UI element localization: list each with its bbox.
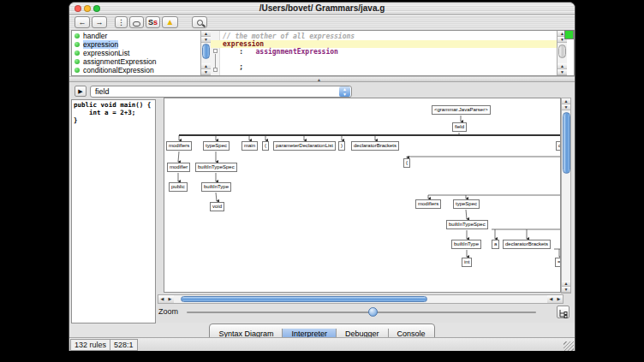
tree-node[interactable]: builtInTypeSpec — [446, 220, 488, 229]
rule-list-scrollbar[interactable]: ▲ ▼ ▲ ▼ — [200, 31, 211, 75]
tree-node[interactable]: public — [169, 182, 188, 192]
tree-node[interactable]: field — [452, 122, 467, 132]
scroll-up-icon[interactable]: ▲ — [558, 63, 567, 69]
editor-line: expression — [211, 40, 557, 48]
tree-node[interactable]: declaratorBrackets — [503, 240, 551, 249]
start-rule-value: field — [95, 87, 110, 96]
tree-node[interactable]: typeSpec — [453, 199, 480, 209]
scrollbar-thumb[interactable] — [563, 112, 570, 174]
tree-node[interactable]: modifier — [167, 163, 190, 172]
resize-grip[interactable] — [564, 341, 574, 351]
fold-gutter[interactable] — [211, 31, 220, 75]
tree-node[interactable]: builtInType — [201, 182, 231, 192]
tree-node[interactable]: modifiers — [166, 141, 192, 151]
tree-scrollbar-horizontal[interactable]: ◀ ▶ ◀ ▶ — [158, 294, 564, 304]
tree-node[interactable]: parameterDeclarationList — [273, 141, 336, 151]
scroll-right-icon[interactable]: ▶ — [166, 295, 174, 303]
combo-stepper-icon[interactable]: ▲▼ — [339, 86, 350, 97]
tree-edge — [178, 151, 179, 162]
tree-node[interactable]: declaratorBrackets — [351, 141, 399, 151]
rule-status-icon — [75, 68, 80, 73]
scroll-down-icon[interactable]: ▼ — [562, 287, 570, 293]
warning-icon: ▲ — [166, 17, 175, 27]
view-tabs: Syntax DiagramInterpreterDebuggerConsole — [69, 323, 575, 337]
sort-rules-button[interactable]: ⋮ — [115, 16, 128, 28]
toolbar: ← → ⋮ Ss ▲ — [69, 15, 575, 30]
tree-node[interactable]: ( — [262, 141, 269, 151]
tree-node[interactable]: <grammar.JavaParser> — [432, 105, 491, 115]
scroll-down-icon[interactable]: ▼ — [558, 69, 567, 75]
sort-icon: ⋮ — [117, 18, 125, 27]
rule-name: handler — [83, 32, 107, 40]
scroll-up-icon[interactable]: ▲ — [562, 98, 570, 104]
tree-node[interactable]: main — [242, 141, 258, 151]
fold-line — [215, 54, 216, 68]
coloring-icon: Ss — [148, 18, 158, 27]
tree-view-toggle-button[interactable] — [557, 306, 569, 318]
rule-list-item[interactable]: assignmentExpression — [72, 57, 200, 66]
tree-node[interactable]: ) — [338, 141, 345, 151]
scroll-right-icon[interactable]: ▶ — [555, 295, 563, 303]
tree-icon — [558, 309, 568, 318]
caret-position-status: 528:1 — [110, 339, 138, 351]
scroll-down-icon[interactable]: ▼ — [201, 37, 211, 43]
syntax-diagram-button[interactable] — [129, 16, 144, 28]
grammar-health-indicator — [564, 30, 574, 39]
rule-list: handlerexpressionexpressionListassignmen… — [72, 31, 200, 75]
tree-node[interactable]: builtInType — [451, 240, 481, 249]
scroll-left-icon[interactable]: ◀ — [547, 295, 555, 303]
play-icon: ▶ — [78, 88, 82, 94]
find-button[interactable] — [192, 16, 207, 28]
tree-scrollbar-vertical[interactable]: ▲ ▼ ▲ ▼ — [561, 98, 571, 294]
forward-button[interactable]: → — [92, 16, 107, 28]
scroll-up-icon[interactable]: ▲ — [201, 63, 211, 69]
scrollbar-thumb[interactable] — [558, 45, 566, 58]
scroll-left-icon[interactable]: ◀ — [158, 295, 166, 303]
start-rule-select[interactable]: field ▲▼ — [90, 86, 352, 98]
fold-marker-icon[interactable] — [213, 68, 218, 72]
tree-node[interactable]: = — [555, 258, 561, 267]
tree-node[interactable]: modifiers — [415, 199, 441, 209]
rule-list-item[interactable]: expression — [72, 40, 200, 49]
editor-lines: // the mother of all expressionsexpressi… — [223, 33, 557, 71]
rule-list-item[interactable]: conditionalExpression — [72, 66, 200, 74]
zoom-slider[interactable] — [187, 312, 536, 313]
scroll-up-icon[interactable]: ▲ — [201, 31, 211, 37]
tree-node[interactable]: a — [492, 240, 499, 249]
grammar-editor[interactable]: // the mother of all expressionsexpressi… — [211, 31, 557, 75]
scroll-up-icon[interactable]: ▲ — [562, 281, 570, 287]
zoom-slider-thumb[interactable] — [368, 307, 378, 317]
scroll-down-icon[interactable]: ▼ — [562, 104, 570, 110]
rule-count-status: 132 rules — [70, 339, 110, 351]
tree-node[interactable]: int — [462, 258, 472, 267]
interpreter-panel: ▶ field ▲▼ public void main() { int a = … — [69, 82, 575, 323]
back-button[interactable]: ← — [75, 16, 90, 28]
app-window: /Users/bovet/ Grammars/java.g ← → ⋮ Ss ▲… — [69, 2, 575, 351]
zoom-label: Zoom — [158, 307, 178, 316]
scroll-down-icon[interactable]: ▼ — [201, 69, 211, 75]
tree-node[interactable]: builtInTypeSpec — [195, 163, 237, 172]
rule-list-item[interactable]: handler — [72, 32, 200, 40]
scrollbar-thumb[interactable] — [202, 44, 210, 59]
rule-status-icon — [75, 50, 80, 56]
interpreter-input[interactable]: public void main() { int a = 2+3;} — [71, 99, 156, 323]
tree-node[interactable]: void — [210, 202, 224, 211]
run-interpreter-button[interactable]: ▶ — [75, 86, 86, 97]
editor-line — [223, 56, 557, 63]
pane-splitter[interactable]: ▲ — [69, 76, 575, 82]
rule-list-item[interactable]: expressionList — [72, 49, 200, 57]
tree-node[interactable]: { — [403, 158, 410, 168]
editor-line: ; — [223, 63, 557, 71]
scrollbar-thumb[interactable] — [181, 296, 427, 302]
rule-name: expression — [83, 40, 118, 49]
fold-marker-icon[interactable] — [213, 49, 218, 53]
forward-icon: → — [96, 18, 104, 27]
tree-node[interactable]: typeSpec — [203, 141, 230, 151]
title-bar[interactable]: /Users/bovet/ Grammars/java.g — [69, 3, 575, 15]
parse-tree-view[interactable]: <grammar.JavaParser>fieldmodifierstypeSp… — [164, 98, 561, 293]
check-grammar-button[interactable]: ▲ — [162, 16, 178, 28]
syntax-coloring-button[interactable]: Ss — [146, 16, 160, 28]
rule-name: conditionalExpression — [83, 66, 154, 74]
rule-name: expressionList — [83, 49, 129, 57]
tree-edge — [216, 193, 217, 201]
